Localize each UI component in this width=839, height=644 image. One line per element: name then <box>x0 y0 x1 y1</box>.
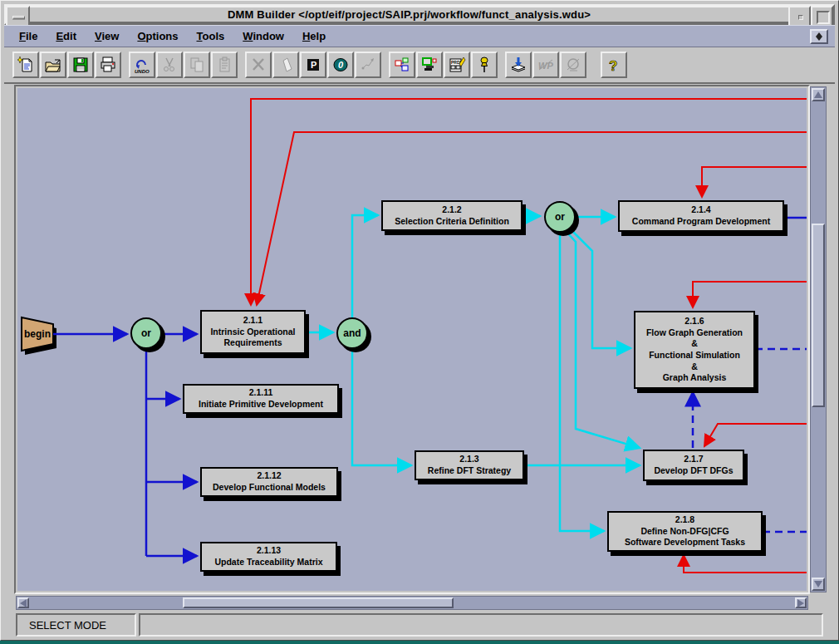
help-icon: ? <box>605 56 623 74</box>
dial-button[interactable] <box>560 52 586 78</box>
window-title: DMM Builder </opt/eif/project/SAIP.prj/w… <box>30 6 788 23</box>
copy-icon <box>188 56 206 74</box>
task-node-2-1-3[interactable]: 2.1.3 Refine DFT Strategy <box>415 450 524 480</box>
task-node-2-1-4[interactable]: 2.1.4 Command Program Development <box>618 200 784 232</box>
menu-tools[interactable]: Tools <box>192 27 230 45</box>
task-node-2-1-13[interactable]: 2.1.13 Update Traceability Matrix <box>200 542 337 572</box>
menubar-spin-widget[interactable] <box>810 29 828 44</box>
svg-text:0: 0 <box>338 60 344 70</box>
menubar: File Edit View Options Tools Window Help <box>4 25 835 47</box>
cyan-edges <box>306 215 640 531</box>
import-icon <box>509 56 527 74</box>
vertical-scrollbar[interactable] <box>810 86 827 592</box>
scroll-left-button[interactable] <box>17 597 29 608</box>
object-icon: 0 <box>331 56 350 74</box>
svg-text:?: ? <box>609 58 617 74</box>
print-button[interactable] <box>95 52 121 78</box>
delete-button[interactable] <box>245 52 272 78</box>
gateway-or-1[interactable]: or <box>130 317 162 349</box>
window-menu-button[interactable] <box>6 6 30 27</box>
new-document-icon <box>17 56 35 74</box>
dial-icon <box>564 56 582 74</box>
canvas-frame: begin or and or 2.1.1 Intrinsic Operatio… <box>14 85 810 594</box>
wp-icon: WP <box>537 56 555 74</box>
task-node-2-1-8[interactable]: 2.1.8 Define Non-DFG|CFG Software Develo… <box>607 511 763 552</box>
undo-button[interactable]: UNDO <box>129 52 155 78</box>
mode-indicator: SELECT MODE <box>16 613 136 637</box>
diagram-icon <box>393 56 411 74</box>
task-node-2-1-2[interactable]: 2.1.2 Selection Criteria Definition <box>381 200 523 231</box>
begin-node[interactable]: begin <box>22 322 53 347</box>
shape-tool-button[interactable] <box>272 52 299 78</box>
menu-edit[interactable]: Edit <box>51 27 81 45</box>
copy-button[interactable] <box>184 52 210 78</box>
gateway-and[interactable]: and <box>336 317 368 349</box>
window-stack-button[interactable] <box>416 52 443 78</box>
task-node-2-1-11[interactable]: 2.1.11 Initiate Primitive Development <box>183 384 339 414</box>
minimize-icon <box>798 15 803 20</box>
statusbar: SELECT MODE <box>4 612 835 638</box>
menu-help[interactable]: Help <box>297 27 331 45</box>
scroll-right-button[interactable] <box>795 597 807 608</box>
maximize-button[interactable] <box>811 6 833 27</box>
paste-icon <box>215 56 233 74</box>
window-stack-icon <box>420 56 439 74</box>
save-button[interactable] <box>67 52 94 78</box>
diagram-button[interactable] <box>389 52 415 78</box>
horizontal-scrollbar[interactable] <box>16 596 808 610</box>
status-message-panel <box>139 613 823 637</box>
menu-file[interactable]: File <box>14 27 42 45</box>
prdb-icon: PRDB <box>448 56 466 74</box>
cut-button[interactable] <box>156 52 183 78</box>
menu-options[interactable]: Options <box>132 27 183 45</box>
scroll-up-button[interactable] <box>812 88 825 101</box>
cut-icon <box>160 56 179 74</box>
process-button[interactable]: P <box>300 52 326 78</box>
import-button[interactable] <box>505 52 532 78</box>
print-icon <box>99 56 117 74</box>
task-node-2-1-6[interactable]: 2.1.6 Flow Graph Generation & Functional… <box>634 311 755 389</box>
titlebar[interactable]: DMM Builder </opt/eif/project/SAIP.prj/w… <box>4 4 835 25</box>
scroll-down-icon <box>814 581 822 587</box>
maximize-icon <box>817 11 830 24</box>
svg-text:UNDO: UNDO <box>135 69 150 74</box>
toolbar: UNDO P 0 PRDB WP ? <box>4 47 835 84</box>
shape-tool-icon <box>277 56 295 74</box>
open-button[interactable] <box>40 52 66 78</box>
connector-tool-icon <box>359 56 377 74</box>
task-node-2-1-7[interactable]: 2.1.7 Develop DFT DFGs <box>643 450 744 481</box>
delete-icon <box>249 56 267 74</box>
open-icon <box>44 56 62 74</box>
new-document-button[interactable] <box>12 52 39 78</box>
object-button[interactable]: 0 <box>327 52 354 78</box>
process-icon: P <box>304 56 322 74</box>
menu-view[interactable]: View <box>90 27 124 45</box>
dmm-builder-window: DMM Builder </opt/eif/project/SAIP.prj/w… <box>0 0 839 641</box>
task-node-2-1-1[interactable]: 2.1.1 Intrinsic Operational Requirements <box>200 310 306 354</box>
scroll-down-button[interactable] <box>812 578 825 591</box>
menu-window[interactable]: Window <box>238 27 289 45</box>
pushpin-icon <box>475 56 493 74</box>
gateway-or-2[interactable]: or <box>544 201 576 233</box>
scroll-right-icon <box>797 599 804 607</box>
svg-text:P: P <box>311 60 316 70</box>
workflow-canvas[interactable]: begin or and or 2.1.1 Intrinsic Operatio… <box>17 88 807 591</box>
wp-button[interactable]: WP <box>532 52 559 78</box>
pushpin-button[interactable] <box>471 52 498 78</box>
minimize-button[interactable] <box>788 6 811 27</box>
spin-down-icon <box>816 37 822 41</box>
horizontal-scroll-thumb[interactable] <box>183 597 454 608</box>
vertical-scroll-thumb[interactable] <box>812 224 825 407</box>
scroll-left-icon <box>20 599 27 607</box>
paste-button[interactable] <box>211 52 238 78</box>
window-menu-dash-icon <box>12 16 25 19</box>
prdb-button[interactable]: PRDB <box>444 52 470 78</box>
connector-tool-button[interactable] <box>355 52 381 78</box>
scroll-up-icon <box>814 91 822 98</box>
task-node-2-1-12[interactable]: 2.1.12 Develop Functional Models <box>200 467 338 497</box>
undo-icon: UNDO <box>133 56 151 74</box>
help-button[interactable]: ? <box>601 52 627 78</box>
save-icon <box>71 56 90 74</box>
